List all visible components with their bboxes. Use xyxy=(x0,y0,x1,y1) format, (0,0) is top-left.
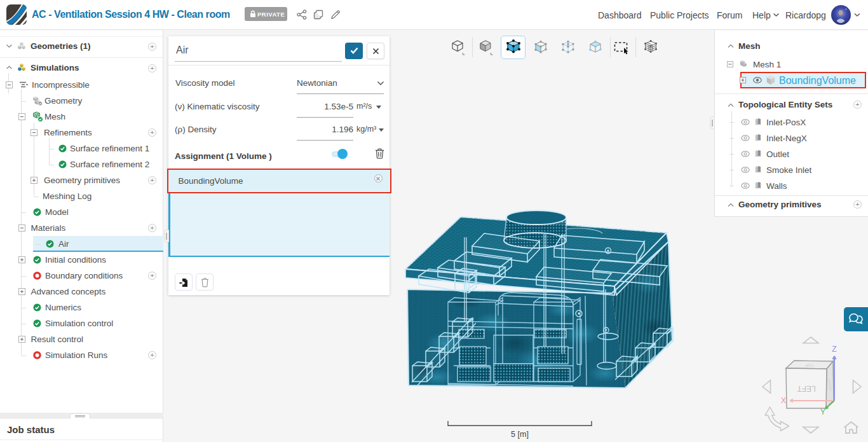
svg-text:TOP: TOP xyxy=(805,363,813,368)
svg-text:X: X xyxy=(781,396,786,405)
svg-text:Y: Y xyxy=(820,408,825,417)
svg-text:LEFT: LEFT xyxy=(797,384,816,393)
svg-text:Z: Z xyxy=(832,345,836,354)
